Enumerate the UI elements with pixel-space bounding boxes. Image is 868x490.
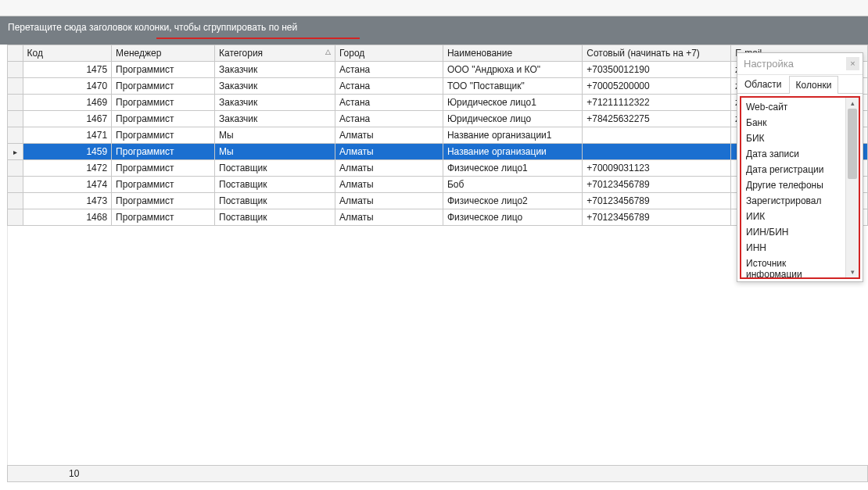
cell-manager[interactable]: Программист: [112, 193, 215, 209]
col-header-code-label: Код: [27, 48, 43, 59]
cell-category[interactable]: Заказчик: [215, 111, 335, 127]
col-header-manager-label: Менеджер: [116, 48, 161, 59]
cell-name[interactable]: Юридическое лицо1: [443, 95, 582, 111]
cell-code[interactable]: 1473: [23, 193, 112, 209]
cell-code[interactable]: 1470: [23, 78, 112, 95]
cell-name[interactable]: Название организации1: [443, 127, 582, 144]
col-header-manager[interactable]: Менеджер: [112, 45, 215, 62]
row-indicator-cell: [8, 160, 23, 177]
cell-phone[interactable]: +71211112322: [583, 95, 731, 111]
close-icon[interactable]: ×: [846, 57, 859, 70]
cell-city[interactable]: Алматы: [335, 193, 443, 209]
cell-code[interactable]: 1459: [23, 144, 112, 160]
cell-phone[interactable]: [583, 144, 731, 160]
cell-manager[interactable]: Программист: [112, 144, 215, 160]
cell-category[interactable]: Мы: [215, 144, 335, 160]
cell-category[interactable]: Поставщик: [215, 160, 335, 177]
cell-phone[interactable]: +70350012190: [583, 62, 731, 78]
highlight-underline: [156, 38, 360, 39]
cell-city[interactable]: Алматы: [335, 177, 443, 193]
tab-columns[interactable]: Колонки: [789, 76, 839, 94]
cell-city[interactable]: Алматы: [335, 127, 443, 144]
field-chooser-item[interactable]: Источник информации: [741, 256, 845, 277]
field-chooser-item[interactable]: БИК: [741, 131, 845, 146]
row-indicator-cell: ▸: [8, 144, 23, 160]
cell-category[interactable]: Поставщик: [215, 177, 335, 193]
cell-phone[interactable]: +70005200000: [583, 78, 731, 95]
field-chooser-item[interactable]: Зарегистрировал: [741, 193, 845, 209]
cell-manager[interactable]: Программист: [112, 127, 215, 144]
cell-city[interactable]: Алматы: [335, 209, 443, 226]
cell-manager[interactable]: Программист: [112, 95, 215, 111]
row-indicator-cell: [8, 95, 23, 111]
cell-name[interactable]: Физическое лицо1: [443, 160, 582, 177]
row-indicator-cell: [8, 111, 23, 127]
cell-manager[interactable]: Программист: [112, 209, 215, 226]
tab-areas[interactable]: Области: [737, 75, 789, 93]
cell-phone[interactable]: +78425632275: [583, 111, 731, 127]
cell-category[interactable]: Мы: [215, 127, 335, 144]
col-header-category[interactable]: Категория△: [215, 45, 335, 62]
cell-manager[interactable]: Программист: [112, 111, 215, 127]
cell-name[interactable]: ТОО "Поставщик": [443, 78, 582, 95]
cell-city[interactable]: Астана: [335, 95, 443, 111]
cell-manager[interactable]: Программист: [112, 62, 215, 78]
cell-name[interactable]: Физическое лицо2: [443, 193, 582, 209]
cell-category[interactable]: Поставщик: [215, 209, 335, 226]
cell-category[interactable]: Заказчик: [215, 95, 335, 111]
cell-code[interactable]: 1475: [23, 62, 112, 78]
cell-city[interactable]: Алматы: [335, 144, 443, 160]
col-header-city[interactable]: Город: [335, 45, 443, 62]
cell-manager[interactable]: Программист: [112, 177, 215, 193]
cell-category[interactable]: Заказчик: [215, 62, 335, 78]
scrollbar[interactable]: ▴ ▾: [845, 98, 859, 277]
cell-city[interactable]: Астана: [335, 111, 443, 127]
cell-phone[interactable]: +70123456789: [583, 177, 731, 193]
field-chooser-item[interactable]: Банк: [741, 115, 845, 131]
customization-panel[interactable]: Настройка × Области Колонки Web-сайтБанк…: [737, 52, 863, 282]
col-header-phone[interactable]: Сотовый (начинать на +7): [583, 45, 731, 62]
cell-city[interactable]: Алматы: [335, 160, 443, 177]
customization-tabs: Области Колонки: [737, 75, 863, 94]
cell-manager[interactable]: Программист: [112, 78, 215, 95]
col-header-category-label: Категория: [219, 48, 263, 59]
cell-name[interactable]: ООО "Андрюха и КО": [443, 62, 582, 78]
cell-code[interactable]: 1469: [23, 95, 112, 111]
cell-code[interactable]: 1472: [23, 160, 112, 177]
field-chooser-item[interactable]: Web-сайт: [741, 99, 845, 115]
group-by-panel[interactable]: Перетащите сюда заголовок колонки, чтобы…: [0, 16, 868, 45]
cell-name[interactable]: Боб: [443, 177, 582, 193]
cell-code[interactable]: 1471: [23, 127, 112, 144]
cell-category[interactable]: Заказчик: [215, 78, 335, 95]
customization-header[interactable]: Настройка ×: [737, 53, 863, 75]
row-indicator-cell: [8, 127, 23, 144]
cell-name[interactable]: Юридическое лицо: [443, 111, 582, 127]
field-chooser-item[interactable]: Другие телефоны: [741, 177, 845, 193]
cell-manager[interactable]: Программист: [112, 160, 215, 177]
cell-category[interactable]: Поставщик: [215, 193, 335, 209]
scroll-down-icon[interactable]: ▾: [846, 266, 859, 277]
field-chooser-item[interactable]: ИНН: [741, 240, 845, 256]
scroll-thumb[interactable]: [848, 109, 857, 179]
cell-code[interactable]: 1474: [23, 177, 112, 193]
field-chooser-item[interactable]: Дата регистрации: [741, 162, 845, 177]
col-header-code[interactable]: Код: [23, 45, 112, 62]
col-header-name[interactable]: Наименование: [443, 45, 582, 62]
cell-phone[interactable]: +70009031123: [583, 160, 731, 177]
cell-phone[interactable]: [583, 127, 731, 144]
cell-city[interactable]: Астана: [335, 78, 443, 95]
cell-phone[interactable]: +70123456789: [583, 209, 731, 226]
field-chooser-item[interactable]: ИИК: [741, 209, 845, 224]
field-chooser-item[interactable]: Дата записи: [741, 146, 845, 162]
field-chooser-item[interactable]: ИИН/БИН: [741, 224, 845, 240]
col-header-city-label: Город: [339, 48, 364, 59]
cell-city[interactable]: Астана: [335, 62, 443, 78]
toolbar-strip: [0, 0, 868, 16]
cell-code[interactable]: 1467: [23, 111, 112, 127]
cell-name[interactable]: Физическое лицо: [443, 209, 582, 226]
cell-name[interactable]: Название организации: [443, 144, 582, 160]
cell-code[interactable]: 1468: [23, 209, 112, 226]
cell-phone[interactable]: +70123456789: [583, 193, 731, 209]
customization-field-list[interactable]: Web-сайтБанкБИКДата записиДата регистрац…: [741, 98, 845, 277]
scroll-up-icon[interactable]: ▴: [846, 98, 859, 109]
